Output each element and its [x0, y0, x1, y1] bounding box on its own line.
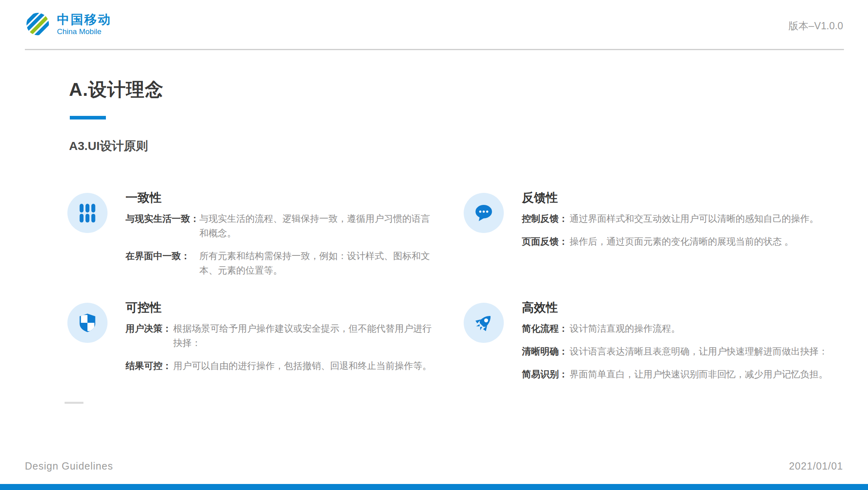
- main-content: A.设计理念 A3.UI设计原则: [0, 50, 868, 381]
- principle-card-feedback: 反馈性 控制反馈： 通过界面样式和交互动效让用户可以清晰的感知自己的操作。 页面…: [464, 190, 844, 277]
- principle-title: 高效性: [522, 300, 844, 316]
- version-label: 版本–V1.0.0: [789, 19, 843, 32]
- principle-item-text: 设计语言表达清晰且表意明确，让用户快速理解进而做出抉择：: [570, 344, 828, 358]
- principle-item: 控制反馈： 通过界面样式和交互动效让用户可以清晰的感知自己的操作。: [522, 211, 844, 226]
- principle-title: 可控性: [126, 300, 433, 316]
- grid-icon: [77, 202, 98, 223]
- principle-icon-circle: [464, 303, 504, 343]
- principle-items: 用户决策： 根据场景可给予用户操作建议或安全提示，但不能代替用户进行抉择： 结果…: [126, 321, 433, 373]
- principles-grid: 一致性 与现实生活一致： 与现实生活的流程、逻辑保持一致，遵循用户习惯的语言和概…: [67, 190, 844, 381]
- principle-card-control: 可控性 用户决策： 根据场景可给予用户操作建议或安全提示，但不能代替用户进行抉择…: [67, 300, 433, 381]
- principle-item: 简化流程： 设计简洁直观的操作流程。: [522, 321, 844, 336]
- principle-items: 与现实生活一致： 与现实生活的流程、逻辑保持一致，遵循用户习惯的语言和概念。 在…: [126, 211, 433, 277]
- footer-left-label: Design Guidelines: [25, 460, 113, 472]
- footer: Design Guidelines 2021/01/01: [25, 460, 843, 472]
- principle-item-label: 用户决策：: [126, 321, 172, 336]
- principle-items: 简化流程： 设计简洁直观的操作流程。 清晰明确： 设计语言表达清晰且表意明确，让…: [522, 321, 844, 381]
- principle-item-text: 与现实生活的流程、逻辑保持一致，遵循用户习惯的语言和概念。: [199, 211, 433, 240]
- principle-item-label: 与现实生活一致：: [126, 211, 198, 226]
- principle-item: 结果可控： 用户可以自由的进行操作，包括撤销、回退和终止当前操作等。: [126, 358, 433, 373]
- bottom-accent-bar: [0, 484, 868, 490]
- china-mobile-logo-mark-icon: [25, 11, 51, 37]
- page-title: A.设计理念: [69, 77, 844, 102]
- principle-item: 清晰明确： 设计语言表达清晰且表意明确，让用户快速理解进而做出抉择：: [522, 344, 844, 358]
- principle-card-content: 一致性 与现实生活一致： 与现实生活的流程、逻辑保持一致，遵循用户习惯的语言和概…: [126, 190, 433, 277]
- principle-item: 页面反馈： 操作后，通过页面元素的变化清晰的展现当前的状态 。: [522, 234, 844, 249]
- principle-title: 一致性: [126, 190, 433, 206]
- principle-item-text: 设计简洁直观的操作流程。: [570, 321, 680, 336]
- principle-item-text: 操作后，通过页面元素的变化清晰的展现当前的状态 。: [570, 234, 793, 249]
- principle-item-label: 清晰明确：: [522, 344, 568, 358]
- principle-item-label: 页面反馈：: [522, 234, 568, 249]
- principle-item: 简易识别： 界面简单直白，让用户快速识别而非回忆，减少用户记忆负担。: [522, 367, 844, 381]
- logo-text: 中国移动 China Mobile: [57, 12, 112, 36]
- principle-card-content: 高效性 简化流程： 设计简洁直观的操作流程。 清晰明确： 设计语言表达清晰且表意…: [522, 300, 844, 381]
- principle-item: 与现实生活一致： 与现实生活的流程、逻辑保持一致，遵循用户习惯的语言和概念。: [126, 211, 433, 240]
- principle-card-efficiency: 高效性 简化流程： 设计简洁直观的操作流程。 清晰明确： 设计语言表达清晰且表意…: [464, 300, 844, 381]
- principle-item-text: 界面简单直白，让用户快速识别而非回忆，减少用户记忆负担。: [570, 367, 828, 381]
- shield-icon: [77, 312, 98, 333]
- principle-items: 控制反馈： 通过界面样式和交互动效让用户可以清晰的感知自己的操作。 页面反馈： …: [522, 211, 844, 249]
- header: 中国移动 China Mobile 版本–V1.0.0: [0, 0, 868, 50]
- logo-text-en: China Mobile: [57, 27, 112, 36]
- principle-title: 反馈性: [522, 190, 844, 206]
- principle-card-consistency: 一致性 与现实生活一致： 与现实生活的流程、逻辑保持一致，遵循用户习惯的语言和概…: [67, 190, 433, 277]
- principle-item-text: 所有元素和结构需保持一致，例如：设计样式、图标和文本、元素的位置等。: [199, 249, 433, 277]
- rocket-icon: [473, 312, 494, 333]
- principle-item-text: 根据场景可给予用户操作建议或安全提示，但不能代替用户进行抉择：: [173, 321, 433, 350]
- principle-item-label: 简化流程：: [522, 321, 568, 336]
- principle-card-content: 可控性 用户决策： 根据场景可给予用户操作建议或安全提示，但不能代替用户进行抉择…: [126, 300, 433, 373]
- principle-icon-circle: [67, 303, 107, 343]
- principle-item-text: 通过界面样式和交互动效让用户可以清晰的感知自己的操作。: [570, 211, 819, 226]
- decorative-dash: [65, 402, 83, 404]
- chat-bubble-icon: [473, 202, 494, 223]
- title-accent-bar: [70, 116, 106, 119]
- footer-right-date: 2021/01/01: [789, 460, 843, 472]
- principle-card-content: 反馈性 控制反馈： 通过界面样式和交互动效让用户可以清晰的感知自己的操作。 页面…: [522, 190, 844, 249]
- principle-icon-circle: [464, 193, 504, 233]
- principle-item: 用户决策： 根据场景可给予用户操作建议或安全提示，但不能代替用户进行抉择：: [126, 321, 433, 350]
- china-mobile-logo: 中国移动 China Mobile: [25, 11, 112, 37]
- principle-item-label: 控制反馈：: [522, 211, 568, 226]
- principle-icon-circle: [67, 193, 107, 233]
- principle-item-text: 用户可以自由的进行操作，包括撤销、回退和终止当前操作等。: [173, 358, 432, 373]
- design-guidelines-page: 中国移动 China Mobile 版本–V1.0.0 A.设计理念 A3.UI…: [0, 0, 868, 490]
- principle-item: 在界面中一致： 所有元素和结构需保持一致，例如：设计样式、图标和文本、元素的位置…: [126, 249, 433, 277]
- principle-item-label: 在界面中一致：: [126, 249, 198, 263]
- principle-item-label: 简易识别：: [522, 367, 568, 381]
- principle-item-label: 结果可控：: [126, 358, 172, 373]
- section-subtitle: A3.UI设计原则: [69, 138, 844, 154]
- logo-text-zh: 中国移动: [57, 12, 112, 27]
